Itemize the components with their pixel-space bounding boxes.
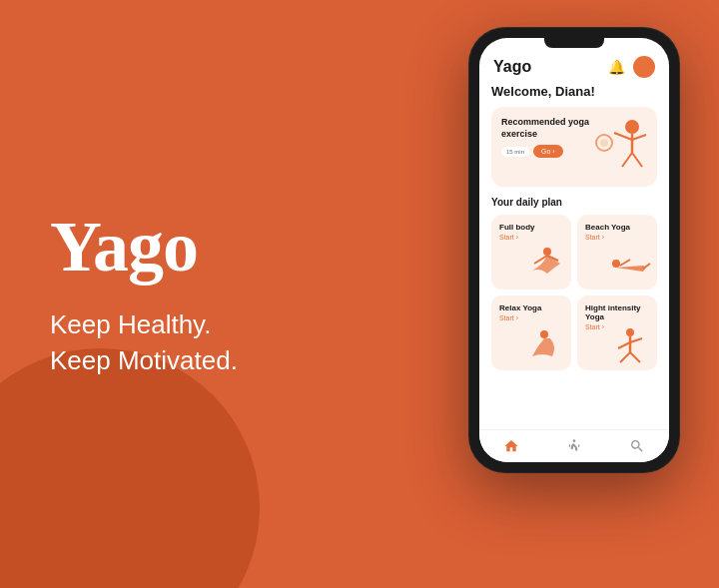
svg-line-4 (622, 153, 632, 167)
exercise-card-beach-yoga[interactable]: Beach Yoga Start › (577, 215, 657, 290)
svg-point-11 (612, 260, 620, 268)
bottom-nav (479, 429, 669, 462)
exercise-card-full-body[interactable]: Full body Start › (491, 215, 571, 290)
phone-mockup: Yago 🔔 Welcome, Diana! Recommended yoga … (469, 28, 679, 472)
phone-notch (544, 38, 604, 48)
recommended-label: Recommended yoga exercise (501, 117, 591, 140)
svg-point-14 (540, 330, 548, 338)
exercise-name-2: Relax Yoga (499, 303, 563, 312)
exercise-start-2[interactable]: Start › (499, 314, 563, 321)
svg-line-18 (630, 338, 642, 342)
phone-outer: Yago 🔔 Welcome, Diana! Recommended yoga … (469, 28, 679, 472)
nav-search[interactable] (629, 438, 645, 454)
card-illustration (594, 115, 649, 180)
full-body-figure (522, 246, 567, 286)
svg-line-20 (630, 352, 640, 362)
time-badge: 15 min (501, 147, 529, 157)
tagline-line2: Keep Motivated. (50, 345, 238, 375)
nav-yoga[interactable] (566, 438, 582, 454)
app-title: Yago (493, 58, 531, 76)
background-circle (0, 348, 260, 588)
daily-plan-title: Your daily plan (491, 197, 657, 208)
welcome-text: Welcome, Diana! (491, 84, 657, 99)
exercise-name-1: Beach Yoga (585, 223, 649, 232)
tagline-line1: Keep Healthy. (50, 308, 211, 338)
nav-home[interactable] (503, 438, 519, 454)
svg-line-3 (632, 135, 646, 140)
phone-screen: Yago 🔔 Welcome, Diana! Recommended yoga … (479, 38, 669, 462)
header-icons: 🔔 (608, 56, 655, 78)
beach-yoga-figure (608, 246, 653, 286)
exercise-grid: Full body Start › (491, 215, 657, 370)
svg-line-5 (632, 153, 642, 167)
avatar[interactable] (633, 56, 655, 78)
exercise-start-1[interactable]: Start › (585, 234, 649, 241)
exercise-start-0[interactable]: Start › (499, 234, 563, 241)
svg-point-21 (573, 439, 576, 442)
app-content: Welcome, Diana! Recommended yoga exercis… (479, 84, 669, 429)
svg-line-2 (614, 133, 632, 140)
svg-line-19 (620, 352, 630, 362)
svg-line-13 (643, 264, 650, 269)
left-panel: Yago Keep Healthy. Keep Motivated. (50, 210, 238, 378)
go-button[interactable]: Go › (533, 145, 563, 158)
high-intensity-figure (608, 326, 653, 366)
svg-line-12 (620, 260, 630, 266)
relax-yoga-figure (522, 326, 567, 366)
recommended-card[interactable]: Recommended yoga exercise 15 min Go › (491, 107, 657, 187)
bell-icon[interactable]: 🔔 (608, 59, 625, 76)
svg-point-0 (625, 120, 639, 134)
svg-point-7 (600, 139, 608, 147)
tagline: Keep Healthy. Keep Motivated. (50, 305, 238, 378)
exercise-card-high-intensity[interactable]: Hight intensity Yoga Start › (577, 295, 657, 370)
svg-point-8 (543, 248, 551, 256)
exercise-card-relax-yoga[interactable]: Relax Yoga Start › (491, 295, 571, 370)
svg-point-15 (626, 328, 634, 336)
svg-line-17 (618, 342, 630, 348)
exercise-name-0: Full body (499, 223, 563, 232)
exercise-name-3: Hight intensity Yoga (585, 303, 649, 321)
brand-title: Yago (50, 210, 238, 282)
